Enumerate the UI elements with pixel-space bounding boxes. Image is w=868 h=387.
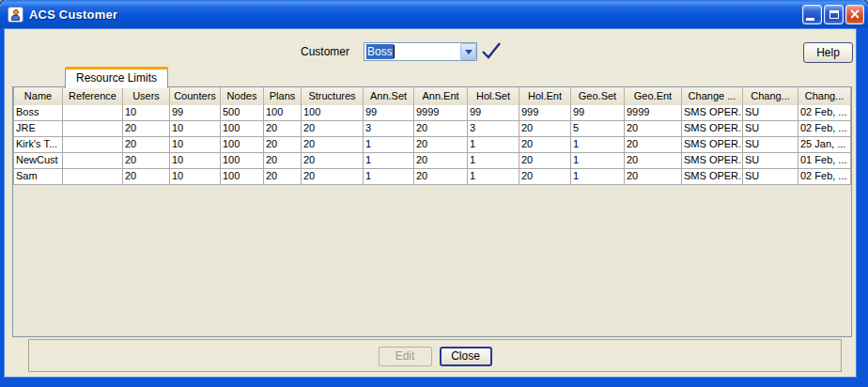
table-cell: 01 Feb, ...	[798, 153, 851, 169]
footer-button-bar: Edit Close	[28, 339, 842, 372]
column-header[interactable]: Plans	[264, 87, 302, 105]
table-row[interactable]: JRE20101002020320320520SMS OPER...SU02 F…	[14, 121, 851, 137]
table-cell: 5	[571, 121, 625, 137]
table-cell: 20	[123, 121, 170, 137]
table-header-row: NameReferenceUsersCountersNodesPlansStru…	[14, 87, 851, 105]
table-row[interactable]: NewCust20101002020120120120SMS OPER...SU…	[14, 153, 851, 169]
column-header[interactable]: Ann.Set	[364, 87, 414, 105]
table-cell	[63, 105, 123, 121]
table-cell: 100	[221, 169, 264, 185]
table-cell: 20	[519, 169, 571, 185]
table-scrollpane[interactable]: NameReferenceUsersCountersNodesPlansStru…	[12, 86, 852, 337]
table-cell: SMS OPER...	[682, 121, 743, 137]
table-cell: 20	[625, 169, 682, 185]
table-cell: 20	[414, 121, 468, 137]
column-header[interactable]: Geo.Set	[571, 87, 625, 105]
column-header[interactable]: Chang...	[798, 87, 851, 105]
table-cell: 20	[264, 153, 302, 169]
column-header[interactable]: Geo.Ent	[625, 87, 682, 105]
table-cell: 999	[519, 105, 571, 121]
column-header[interactable]: Counters	[170, 87, 221, 105]
minimize-icon	[806, 18, 814, 21]
table-cell: 20	[264, 121, 302, 137]
table-cell: 100	[264, 105, 302, 121]
table-cell	[63, 121, 123, 137]
table-cell: 20	[302, 121, 364, 137]
customer-label: Customer	[276, 45, 349, 58]
column-header[interactable]: Chang...	[743, 87, 798, 105]
table-cell: 02 Feb, ...	[798, 169, 851, 185]
table-cell: 1	[468, 169, 519, 185]
table-row[interactable]: Kirk's T...20101002020120120120SMS OPER.…	[14, 137, 851, 153]
table-cell: 1	[364, 137, 414, 153]
table-cell: 20	[519, 153, 571, 169]
edit-button[interactable]: Edit	[379, 347, 432, 366]
table-cell: 10	[170, 137, 221, 153]
table-cell: SU	[743, 105, 798, 121]
table-cell: 1	[468, 153, 519, 169]
dialog-body: Customer Boss Help Resource Limits NameR…	[0, 28, 868, 387]
column-header[interactable]: Hol.Set	[468, 87, 519, 105]
close-window-button[interactable]: ×	[845, 5, 864, 24]
table-cell: Kirk's T...	[14, 137, 63, 153]
table-cell: 99	[468, 105, 519, 121]
table-cell: 10	[170, 121, 221, 137]
maximize-icon	[829, 10, 839, 19]
table-cell: 1	[364, 153, 414, 169]
table-cell	[63, 137, 123, 153]
column-header[interactable]: Structures	[302, 87, 364, 105]
table-cell: SU	[743, 121, 798, 137]
table-cell: SMS OPER...	[682, 137, 743, 153]
combobox-dropdown-button[interactable]	[460, 43, 476, 60]
help-button[interactable]: Help	[803, 42, 853, 63]
table-cell: SMS OPER...	[682, 169, 743, 185]
table-cell: 20	[625, 153, 682, 169]
column-header[interactable]: Ann.Ent	[414, 87, 468, 105]
table-cell: SMS OPER...	[682, 153, 743, 169]
table-cell: 99	[170, 105, 221, 121]
maximize-button[interactable]	[824, 5, 844, 24]
table-cell: 20	[302, 169, 364, 185]
table-cell: 99	[364, 105, 414, 121]
table-cell: Sam	[14, 169, 63, 185]
table-cell: 500	[221, 105, 264, 121]
column-header[interactable]: Hol.Ent	[519, 87, 571, 105]
table-cell: SU	[743, 153, 798, 169]
window-controls: ×	[802, 5, 864, 24]
person-icon	[8, 7, 23, 23]
table-cell: SMS OPER...	[682, 105, 743, 121]
table-row[interactable]: Sam20101002020120120120SMS OPER...SU02 F…	[14, 169, 851, 185]
column-header[interactable]: Users	[123, 87, 170, 105]
confirm-check-icon[interactable]	[481, 41, 502, 60]
table-cell: 1	[571, 153, 625, 169]
table-cell: SU	[743, 169, 798, 185]
table-cell: 9999	[625, 105, 682, 121]
chevron-down-icon	[465, 50, 473, 54]
table-cell: 100	[221, 121, 264, 137]
table-cell: 10	[123, 105, 170, 121]
table-cell: 20	[414, 137, 468, 153]
customer-combobox[interactable]: Boss	[364, 42, 477, 61]
customer-combobox-value: Boss	[366, 44, 394, 59]
column-header[interactable]: Reference	[63, 87, 123, 105]
table-cell: 20	[414, 169, 468, 185]
table-cell	[63, 153, 123, 169]
table-cell: 02 Feb, ...	[798, 105, 851, 121]
table-cell: 100	[221, 153, 264, 169]
table-cell: 20	[123, 169, 170, 185]
column-header[interactable]: Change ...	[682, 87, 743, 105]
tab-resource-limits[interactable]: Resource Limits	[65, 67, 168, 88]
minimize-button[interactable]	[802, 5, 822, 24]
table-cell: 20	[123, 153, 170, 169]
table-cell: 02 Feb, ...	[798, 121, 851, 137]
column-header[interactable]: Nodes	[221, 87, 264, 105]
title-bar[interactable]: ACS Customer ×	[0, 0, 868, 28]
column-header[interactable]: Name	[14, 87, 63, 105]
table-cell: 100	[221, 137, 264, 153]
table-row[interactable]: Boss109950010010099999999999999999SMS OP…	[14, 105, 851, 121]
table-cell: 20	[625, 121, 682, 137]
table-cell: 9999	[414, 105, 468, 121]
close-button[interactable]: Close	[440, 347, 492, 366]
table-cell: 3	[468, 121, 519, 137]
table-cell: 10	[170, 153, 221, 169]
